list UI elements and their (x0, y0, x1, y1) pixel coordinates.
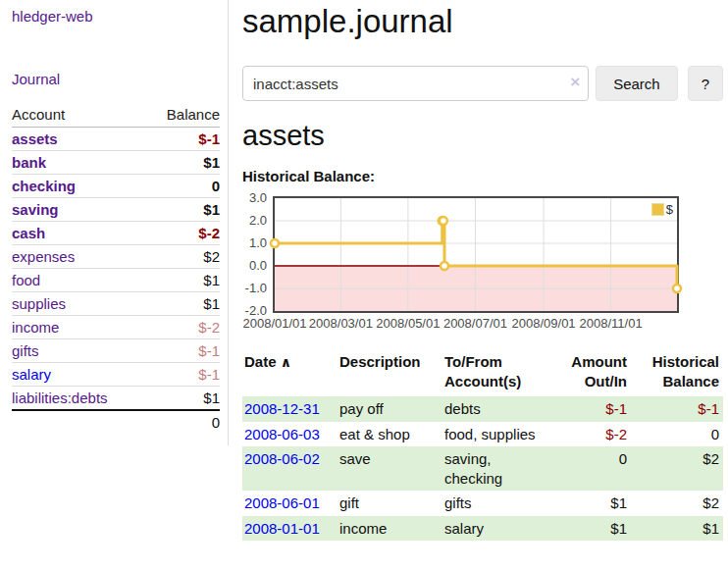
register-accounts: salary (442, 516, 552, 542)
account-link-expenses[interactable]: expenses (12, 248, 75, 265)
account-row: cash$-2 (12, 222, 220, 245)
clear-search-icon[interactable]: × (570, 73, 580, 92)
account-row: expenses$2 (12, 245, 220, 269)
account-balance: $1 (145, 198, 220, 222)
register-amount: $1 (552, 516, 631, 542)
register-header-amount: Amount Out/In (552, 350, 631, 396)
account-link-bank[interactable]: bank (12, 154, 46, 171)
chart-legend: $ (650, 201, 674, 218)
account-row: liabilities:debts$1 (12, 387, 220, 411)
accounts-table: Account Balance assets$-1bank$1checking0… (12, 103, 220, 434)
account-row: food$1 (12, 269, 220, 292)
register-amount: 0 (552, 446, 631, 491)
y-tick-label: 3.0 (249, 190, 267, 205)
chart-title: Historical Balance: (242, 168, 723, 184)
account-row: gifts$-1 (12, 339, 220, 363)
register-row[interactable]: 2008-01-01incomesalary$1$1 (242, 516, 723, 542)
register-date-link[interactable]: 2008-12-31 (244, 400, 320, 417)
register-date-link[interactable]: 2008-01-01 (244, 520, 320, 537)
y-tick-label: 1.0 (249, 235, 267, 250)
register-description: gift (338, 491, 442, 516)
account-balance: $-2 (145, 316, 220, 339)
register-description: save (338, 446, 442, 491)
register-header-description: Description (338, 350, 442, 396)
y-tick-label: 2.0 (249, 213, 267, 228)
register-date-link[interactable]: 2008-06-03 (244, 426, 320, 442)
register-balance: $1 (631, 516, 723, 542)
chart-y-axis: 3.02.01.00.0-1.0-2.0 (242, 196, 269, 313)
register-balance: $-1 (631, 396, 723, 422)
accounts-total-row: 0 (12, 410, 220, 434)
register-header-date[interactable]: Date ∧ (242, 350, 338, 396)
register-date-link[interactable]: 2008-06-02 (244, 450, 320, 467)
search-input[interactable] (242, 66, 589, 101)
chart-svg (275, 198, 677, 311)
register-description: pay off (338, 396, 442, 422)
account-link-checking[interactable]: checking (12, 178, 76, 194)
chart-plot-area: $ (273, 196, 679, 313)
x-tick-label: 2008/03/01 (309, 316, 373, 331)
register-table: Date ∧ Description To/From Account(s) Am… (242, 350, 723, 541)
register-description: eat & shop (338, 422, 442, 447)
account-link-liabilities-debts[interactable]: liabilities:debts (12, 389, 108, 406)
account-balance: $-1 (145, 363, 220, 387)
account-balance: $-2 (145, 222, 220, 245)
account-link-income[interactable]: income (12, 319, 59, 336)
accounts-header-balance: Balance (145, 103, 220, 128)
account-balance: $-1 (145, 339, 220, 363)
account-link-food[interactable]: food (12, 272, 40, 288)
account-link-assets[interactable]: assets (12, 130, 58, 147)
x-tick-label: 2008/09/01 (512, 316, 576, 331)
account-heading: assets (242, 120, 723, 152)
register-row[interactable]: 2008-12-31pay offdebts$-1$-1 (242, 396, 723, 422)
register-header-balance: Historical Balance (631, 350, 723, 396)
register-header-row: Date ∧ Description To/From Account(s) Am… (242, 350, 723, 396)
register-accounts: debts (442, 396, 552, 422)
account-balance: $2 (145, 245, 220, 269)
account-balance: $1 (145, 292, 220, 316)
account-balance: 0 (145, 175, 220, 198)
chart-x-axis: 2008/01/012008/03/012008/05/012008/07/01… (273, 313, 675, 333)
y-tick-label: -1.0 (245, 281, 267, 295)
register-date-link[interactable]: 2008-06-01 (244, 494, 320, 511)
x-tick-label: 2008/11/01 (580, 316, 643, 331)
account-row: saving$1 (12, 198, 220, 222)
register-amount: $-1 (552, 396, 631, 422)
account-link-gifts[interactable]: gifts (12, 342, 39, 359)
legend-swatch-icon (651, 203, 664, 216)
register-balance: 0 (631, 422, 723, 447)
register-description: income (338, 516, 442, 542)
account-row: bank$1 (12, 151, 220, 175)
account-row: checking0 (12, 175, 220, 198)
register-accounts: gifts (442, 491, 552, 516)
y-tick-label: 0.0 (249, 258, 267, 273)
account-link-supplies[interactable]: supplies (12, 295, 66, 312)
register-row[interactable]: 2008-06-01giftgifts$1$2 (242, 491, 723, 516)
historical-balance-chart: 3.02.01.00.0-1.0-2.0 $ 2008/01/012008/03… (242, 196, 723, 335)
register-amount: $-2 (552, 422, 631, 447)
x-tick-label: 2008/01/01 (242, 316, 306, 331)
main-content: sample.journal × Search ? assets Histori… (242, 0, 728, 541)
register-accounts: saving, checking (442, 446, 552, 491)
register-row[interactable]: 2008-06-03eat & shopfood, supplies$-20 (242, 422, 723, 447)
legend-label: $ (666, 202, 673, 217)
account-balance: $-1 (145, 128, 220, 151)
account-link-cash[interactable]: cash (12, 225, 45, 241)
account-balance: $1 (145, 387, 220, 411)
register-accounts: food, supplies (442, 422, 552, 447)
account-link-saving[interactable]: saving (12, 201, 59, 218)
search-wrap: × (242, 66, 589, 101)
app-title[interactable]: hledger-web (12, 8, 220, 25)
sidebar: hledger-web Journal Account Balance asse… (0, 0, 229, 445)
account-balance: $1 (145, 269, 220, 292)
sidebar-item-journal[interactable]: Journal (12, 71, 60, 87)
account-row: supplies$1 (12, 292, 220, 316)
account-row: income$-2 (12, 316, 220, 339)
account-link-salary[interactable]: salary (12, 366, 51, 383)
search-form: × Search ? (242, 66, 723, 101)
register-row[interactable]: 2008-06-02savesaving, checking0$2 (242, 446, 723, 491)
help-button[interactable]: ? (688, 66, 723, 101)
accounts-total-value: 0 (145, 410, 220, 434)
search-button[interactable]: Search (596, 66, 678, 101)
account-balance: $1 (145, 151, 220, 175)
